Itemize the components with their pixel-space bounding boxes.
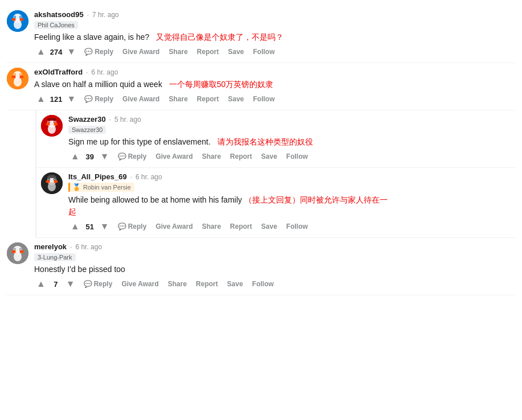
give-award-button[interactable]: Give Award [120, 93, 162, 105]
comment-text: Sign me up for this type of enslavement.… [68, 136, 515, 148]
follow-button[interactable]: Follow [283, 151, 311, 162]
downvote-button[interactable]: ▼ [98, 150, 112, 163]
vote-controls: ▲ 7 ▼ [34, 278, 77, 290]
timestamp: 6 hr. ago [75, 243, 102, 251]
svg-point-34 [48, 182, 56, 191]
comment-item: merelyok · 6 hr. ago 3-Lung-Park Honestl… [7, 238, 515, 295]
share-button[interactable]: Share [166, 93, 190, 105]
vote-count: 7 [50, 280, 61, 289]
downvote-button[interactable]: ▼ [64, 278, 77, 290]
timestamp: · [87, 11, 89, 19]
svg-point-22 [48, 121, 50, 122]
timestamp: 5 hr. ago [114, 116, 141, 123]
avatar [41, 172, 63, 194]
comment-text: While being allowed to be at home with h… [68, 194, 515, 218]
comment-body: Its_All_Pipes_69 · 6 hr. ago 🏅 Robin van… [68, 172, 515, 233]
comment-item: Swazzer30 · 5 hr. ago Swazzer30 Sign me … [35, 110, 515, 168]
svg-point-24 [48, 125, 56, 134]
give-award-button[interactable]: Give Award [153, 151, 195, 162]
svg-point-25 [46, 123, 50, 126]
svg-point-17 [20, 76, 24, 79]
svg-point-5 [20, 17, 21, 18]
username[interactable]: Its_All_Pipes_69 [68, 172, 127, 181]
timestamp: · [109, 116, 111, 123]
comment-body: akshatsood95 · 7 hr. ago Phil CaJones Fe… [34, 10, 515, 58]
comment-header: akshatsood95 · 7 hr. ago [34, 10, 515, 19]
vote-count: 121 [50, 95, 63, 104]
reply-button[interactable]: 💬 Reply [81, 278, 116, 290]
comment-item: exOldTrafford · 6 hr. ago A slave on hal… [7, 63, 515, 110]
svg-point-32 [48, 179, 50, 180]
save-button[interactable]: Save [225, 93, 246, 105]
svg-point-13 [14, 74, 15, 75]
svg-point-26 [54, 123, 58, 126]
vote-controls: ▲ 39 ▼ [68, 150, 112, 163]
follow-button[interactable]: Follow [249, 278, 277, 290]
svg-point-44 [20, 249, 21, 250]
svg-point-7 [12, 18, 16, 21]
comment-thread: akshatsood95 · 7 hr. ago Phil CaJones Fe… [0, 0, 522, 301]
reply-button[interactable]: 💬 Reply [115, 221, 150, 232]
reply-button[interactable]: 💬 Reply [81, 46, 116, 57]
avatar [7, 68, 28, 89]
svg-point-33 [54, 179, 55, 180]
user-flair: 3-Lung-Park [34, 253, 76, 261]
svg-point-6 [14, 20, 22, 29]
translation: 一个每周赚取50万英镑的奴隶 [169, 80, 274, 89]
comment-item: akshatsood95 · 7 hr. ago Phil CaJones Fe… [7, 6, 515, 63]
username[interactable]: merelyok [34, 242, 67, 251]
follow-button[interactable]: Follow [283, 221, 311, 232]
save-button[interactable]: Save [224, 278, 246, 290]
timestamp: · [130, 173, 132, 181]
share-button[interactable]: Share [199, 221, 224, 232]
upvote-button[interactable]: ▲ [34, 46, 48, 58]
svg-point-4 [14, 17, 15, 18]
share-button[interactable]: Share [165, 278, 190, 290]
share-button[interactable]: Share [199, 151, 224, 162]
give-award-button[interactable]: Give Award [120, 46, 162, 57]
downvote-button[interactable]: ▼ [65, 93, 79, 105]
share-button[interactable]: Share [166, 46, 190, 57]
reply-button[interactable]: 💬 Reply [81, 93, 116, 105]
upvote-button[interactable]: ▲ [68, 220, 82, 233]
follow-button[interactable]: Follow [250, 46, 278, 57]
svg-point-23 [54, 121, 55, 122]
reply-button[interactable]: 💬 Reply [115, 151, 150, 162]
save-button[interactable]: Save [258, 221, 280, 232]
comment-actions: ▲ 7 ▼ 💬 Reply Give Award Share Report Sa… [34, 278, 515, 290]
timestamp: · [86, 68, 88, 76]
report-button[interactable]: Report [227, 151, 255, 162]
give-award-button[interactable]: Give Award [153, 221, 195, 232]
downvote-button[interactable]: ▼ [65, 46, 79, 58]
comment-header: Its_All_Pipes_69 · 6 hr. ago [68, 172, 515, 181]
give-award-button[interactable]: Give Award [118, 278, 161, 290]
username[interactable]: akshatsood95 [34, 10, 84, 19]
vote-controls: ▲ 274 ▼ [34, 46, 78, 58]
translation: 请为我报名这种类型的奴役 [217, 137, 313, 146]
report-button[interactable]: Report [194, 93, 222, 105]
avatar [7, 10, 28, 32]
report-button[interactable]: Report [194, 46, 222, 57]
comment-actions: ▲ 39 ▼ 💬 Reply Give Award Share Report S… [68, 150, 515, 163]
username[interactable]: exOldTrafford [34, 68, 83, 76]
timestamp: 6 hr. ago [92, 68, 118, 76]
upvote-button[interactable]: ▲ [34, 93, 48, 105]
save-button[interactable]: Save [225, 46, 246, 57]
upvote-button[interactable]: ▲ [34, 278, 48, 290]
report-button[interactable]: Report [227, 221, 255, 232]
report-button[interactable]: Report [193, 278, 221, 290]
upvote-button[interactable]: ▲ [68, 150, 82, 163]
svg-point-15 [14, 77, 22, 87]
vote-count: 274 [50, 48, 63, 56]
downvote-button[interactable]: ▼ [98, 220, 112, 233]
vote-count: 51 [84, 223, 96, 231]
username[interactable]: Swazzer30 [68, 115, 106, 123]
svg-point-47 [20, 250, 24, 253]
comment-text: Feeling like a slave again, is he? 又觉得自己… [34, 31, 515, 43]
avatar [41, 115, 63, 137]
svg-point-8 [20, 18, 24, 21]
follow-button[interactable]: Follow [250, 93, 278, 105]
comment-body: merelyok · 6 hr. ago 3-Lung-Park Honestl… [34, 242, 515, 290]
save-button[interactable]: Save [258, 151, 280, 162]
comment-actions: ▲ 51 ▼ 💬 Reply Give Award Share Report S… [68, 220, 515, 233]
